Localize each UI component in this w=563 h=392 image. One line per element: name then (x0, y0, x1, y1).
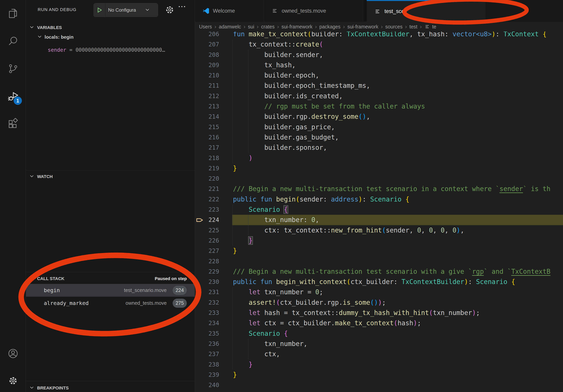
search-icon[interactable] (7, 35, 20, 48)
account-icon[interactable] (7, 347, 20, 360)
code-line[interactable]: 241/// Creates and shares system objects… (195, 390, 563, 392)
indent-guide (248, 80, 248, 91)
code-line[interactable]: 209 tx_hash, (195, 60, 563, 70)
breadcrumb-separator: › (214, 24, 216, 30)
code-line[interactable]: 206fun make_tx_context(builder: TxContex… (195, 32, 563, 39)
code-line[interactable]: 221/// Begin a new multi-transaction tes… (195, 184, 563, 194)
code-line[interactable]: 233 let hash = tx_context::dummy_tx_hash… (195, 308, 563, 318)
call-stack-section-header[interactable]: CALL STACK Paused on step (26, 274, 195, 284)
chevron-down-icon (29, 173, 34, 180)
debug-gear-icon[interactable] (164, 4, 175, 16)
code-line[interactable]: 219} (195, 163, 563, 173)
code-line[interactable]: 236 txn_number, (195, 339, 563, 349)
debug-config-picker[interactable]: No Configura (93, 3, 158, 17)
breadcrumb-separator: › (257, 24, 259, 30)
code-line[interactable]: 239} (195, 370, 563, 380)
code-line[interactable]: 234 let ctx = ctx_builder.make_tx_contex… (195, 318, 563, 328)
more-actions-icon[interactable]: ··· (178, 3, 186, 11)
line-number: 229 (195, 266, 219, 277)
code-line[interactable]: 240 (195, 380, 563, 390)
call-stack-frame[interactable]: already_markedowned_tests.move275 (26, 297, 195, 310)
call-stack-frame[interactable]: begintest_scenario.move224 (26, 284, 195, 297)
code-line[interactable]: 222public fun begin(sender: address): Sc… (195, 194, 563, 205)
breadcrumb-item[interactable]: sui (248, 24, 254, 30)
run-and-debug-panel: RUN AND DEBUG No Configura ··· VARIABLES… (26, 0, 195, 392)
code-line[interactable]: 225 ctx: tx_context::new_from_hint(sende… (195, 225, 563, 235)
breadcrumb-item[interactable]: sui-framework (347, 24, 378, 30)
code-line[interactable]: 223 Scenario { (195, 205, 563, 215)
tab-owned-tests[interactable]: owned_tests.move (264, 0, 363, 22)
indent-guide (232, 132, 233, 143)
code-line[interactable]: 229/// Begin a new multi-transaction tes… (195, 266, 563, 277)
indent-guide (232, 328, 233, 339)
code-line[interactable]: 214 builder.rgp.destroy_some(), (195, 112, 563, 122)
code-line[interactable]: 217 builder.sponsor, (195, 143, 563, 153)
indent-guide (232, 225, 233, 235)
code-line[interactable]: 226 } (195, 235, 563, 246)
frame-file-name: owned_tests.move (126, 300, 167, 306)
code-line[interactable]: 210 builder.epoch, (195, 70, 563, 80)
code-editor[interactable]: 206fun make_tx_context(builder: TxContex… (195, 32, 563, 392)
explorer-icon[interactable] (7, 7, 20, 20)
code-line[interactable]: 238 } (195, 359, 563, 370)
settings-gear-icon[interactable] (7, 374, 20, 387)
code-line[interactable]: 213 // rgp must be set from the caller a… (195, 101, 563, 112)
frame-line-badge: 275 (173, 299, 187, 308)
tab-test-scenario[interactable]: test_sce (367, 0, 486, 22)
config-select-value[interactable]: No Configura (105, 7, 145, 13)
code-line[interactable]: 218 ) (195, 153, 563, 163)
indent-guide (232, 349, 233, 359)
breadcrumb-item[interactable]: sui-framework (282, 24, 312, 30)
line-number: 208 (195, 50, 219, 60)
indent-guide (248, 132, 248, 143)
equals-sign: = (66, 47, 76, 53)
variables-scope-row[interactable]: locals: begin (37, 34, 74, 40)
start-debugging-button[interactable] (94, 7, 105, 13)
indent-guide (232, 339, 233, 349)
tab-bar: Welcome owned_tests.move test_sce (195, 0, 563, 22)
vscode-logo-icon (203, 8, 209, 14)
indent-guide (232, 298, 233, 308)
indent-guide (232, 235, 233, 246)
code-line[interactable]: 237 ctx, (195, 349, 563, 359)
variables-section-header[interactable]: VARIABLES (26, 23, 195, 33)
line-number: 216 (195, 132, 219, 143)
line-number: 237 (195, 349, 219, 359)
code-line[interactable]: 212 builder.ids_created, (195, 91, 563, 101)
code-line[interactable]: 208 builder.sender, (195, 50, 563, 60)
indent-guide (232, 50, 233, 60)
breadcrumb-item[interactable]: crates (261, 24, 275, 30)
code-line[interactable]: 231 let txn_number = 0; (195, 287, 563, 297)
code-line[interactable]: 224 txn_number: 0, (195, 215, 563, 225)
breadcrumb-item[interactable]: Users (199, 24, 212, 30)
code-line[interactable]: 232 assert!(ctx_builder.rgp.is_some()); (195, 298, 563, 308)
debug-current-line-marker-icon (196, 216, 203, 224)
breakpoints-section-header[interactable]: BREAKPOINTS (26, 383, 195, 392)
breadcrumb-item[interactable]: packages (319, 24, 341, 30)
breadcrumb-item[interactable]: adamwelc (219, 24, 241, 30)
line-number: 222 (195, 194, 219, 205)
code-line[interactable]: 207 tx_context::create( (195, 39, 563, 50)
source-control-icon[interactable] (7, 62, 20, 75)
code-line[interactable]: 220 (195, 173, 563, 184)
run-and-debug-icon[interactable]: 1 (7, 90, 20, 103)
code-line[interactable]: 230public fun begin_with_context(ctx_bui… (195, 277, 563, 287)
code-line[interactable]: 227} (195, 246, 563, 256)
variable-row[interactable]: sender = 0000000000000000000000000000… (48, 47, 192, 53)
code-line[interactable]: 228 (195, 256, 563, 266)
line-number: 213 (195, 101, 219, 112)
breadcrumb-item[interactable]: te (424, 24, 436, 30)
indent-guide (232, 205, 233, 215)
code-line[interactable]: 211 builder.epoch_timestamp_ms, (195, 80, 563, 91)
watch-section-header[interactable]: WATCH (26, 171, 195, 182)
breadcrumb-item[interactable]: sources (385, 24, 403, 30)
extensions-icon[interactable] (7, 118, 20, 131)
line-number: 235 (195, 328, 219, 339)
call-stack-list: begintest_scenario.move224already_marked… (26, 284, 195, 310)
code-line[interactable]: 215 builder.gas_price, (195, 122, 563, 132)
code-line[interactable]: 235 Scenario { (195, 328, 563, 339)
variable-value: 0000000000000000000000000000… (76, 47, 165, 53)
code-line[interactable]: 216 builder.gas_budget, (195, 132, 563, 143)
breadcrumb-item[interactable]: test (409, 24, 417, 30)
tab-welcome[interactable]: Welcome (195, 0, 264, 22)
